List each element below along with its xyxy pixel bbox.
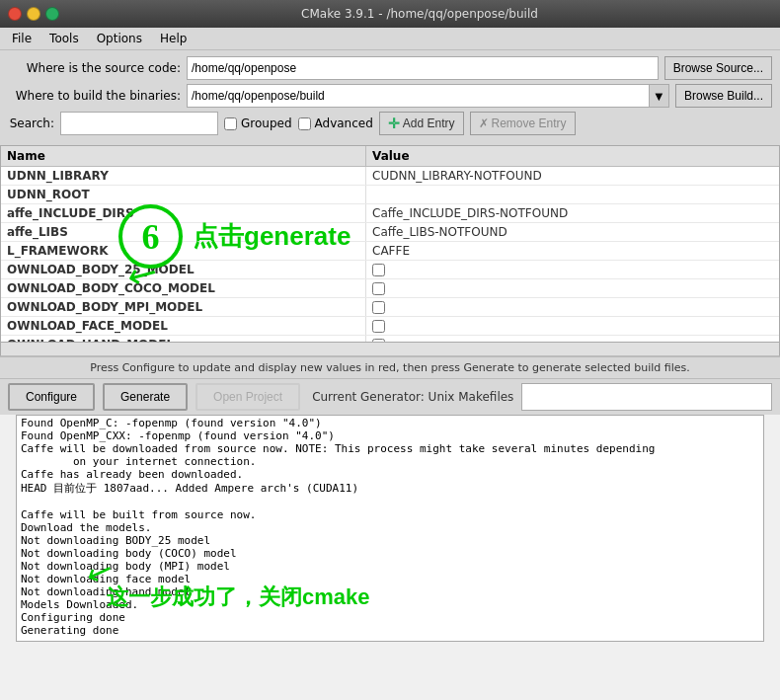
console-output[interactable]: Found OpenMP_C: -fopenmp (found version … xyxy=(16,415,764,642)
table-row[interactable]: OWNLOAD_BODY_MPI_MODEL xyxy=(1,298,779,317)
cell-name: L_FRAMEWORK xyxy=(1,242,366,260)
table-row[interactable]: UDNN_LIBRARY CUDNN_LIBRARY-NOTFOUND xyxy=(1,167,779,186)
checkbox-body25[interactable] xyxy=(372,264,385,276)
console-line: on your internet connection. xyxy=(21,455,759,468)
cell-name: OWNLOAD_FACE_MODEL xyxy=(1,317,366,335)
cell-checkbox[interactable] xyxy=(366,317,779,335)
console-line: HEAD 目前位于 1807aad... Added Ampere arch's… xyxy=(21,481,759,496)
grouped-checkbox-group: Grouped xyxy=(224,117,292,130)
generator-label: Current Generator: Unix Makefiles xyxy=(312,390,513,404)
header-value: Value xyxy=(366,146,779,166)
source-row: Where is the source code: Browse Source.… xyxy=(8,56,772,80)
menu-tools[interactable]: Tools xyxy=(41,30,87,47)
remove-entry-label: Remove Entry xyxy=(492,117,567,130)
table-row[interactable]: affe_LIBS Caffe_LIBS-NOTFOUND xyxy=(1,223,779,242)
close-button[interactable] xyxy=(8,7,22,21)
source-input[interactable] xyxy=(187,56,659,80)
console-line: Found OpenMP_CXX: -fopenmp (found versio… xyxy=(21,429,759,442)
menu-help[interactable]: Help xyxy=(152,30,195,47)
cell-name: OWNLOAD_BODY_COCO_MODEL xyxy=(1,279,366,297)
console-line: Not downloading body (COCO) model xyxy=(21,547,759,560)
remove-entry-button[interactable]: ✗ Remove Entry xyxy=(470,112,576,135)
table-row[interactable]: OWNLOAD_FACE_MODEL xyxy=(1,317,779,336)
plus-icon: ✛ xyxy=(388,116,400,131)
console-line: Download the models. xyxy=(21,521,759,534)
title-bar: CMake 3.9.1 - /home/qq/openpose/build xyxy=(0,0,780,28)
source-label: Where is the source code: xyxy=(8,61,181,75)
bottom-area: Configure Generate Open Project Current … xyxy=(0,379,780,415)
table-row[interactable]: L_FRAMEWORK CAFFE xyxy=(1,242,779,261)
bottom-buttons: Configure Generate Open Project Current … xyxy=(0,379,780,415)
table-row[interactable]: OWNLOAD_HAND_MODEL xyxy=(1,336,779,343)
grouped-label[interactable]: Grouped xyxy=(241,117,292,130)
table-row[interactable]: affe_INCLUDE_DIRS Caffe_INCLUDE_DIRS-NOT… xyxy=(1,204,779,223)
add-entry-label: Add Entry xyxy=(403,117,455,130)
cell-name: affe_INCLUDE_DIRS xyxy=(1,204,366,222)
cell-value: Caffe_INCLUDE_DIRS-NOTFOUND xyxy=(366,204,779,222)
x-icon: ✗ xyxy=(479,117,489,130)
browse-source-button[interactable]: Browse Source... xyxy=(664,56,772,80)
checkbox-face[interactable] xyxy=(372,320,385,333)
status-text: Press Configure to update and display ne… xyxy=(90,361,690,374)
checkbox-body-coco[interactable] xyxy=(372,282,385,295)
cell-checkbox[interactable] xyxy=(366,261,779,278)
cell-name: OWNLOAD_BODY_25_MODEL xyxy=(1,261,366,278)
header-name: Name xyxy=(1,146,366,166)
cell-checkbox[interactable] xyxy=(366,279,779,297)
build-input[interactable] xyxy=(188,87,649,105)
build-input-wrapper: ▼ xyxy=(187,84,669,108)
cell-name: OWNLOAD_HAND_MODEL xyxy=(1,336,366,343)
status-bar: Press Configure to update and display ne… xyxy=(0,356,780,379)
menu-bar: File Tools Options Help xyxy=(0,28,780,50)
console-line: Not downloading hand model xyxy=(21,585,759,598)
open-project-button[interactable]: Open Project xyxy=(195,383,300,411)
menu-options[interactable]: Options xyxy=(89,30,150,47)
cell-name: OWNLOAD_BODY_MPI_MODEL xyxy=(1,298,366,316)
advanced-label[interactable]: Advanced xyxy=(315,117,373,130)
console-line: Caffe will be downloaded from source now… xyxy=(21,442,759,455)
console-wrapper: Found OpenMP_C: -fopenmp (found version … xyxy=(8,415,772,642)
checkbox-hand[interactable] xyxy=(372,339,385,344)
configure-button[interactable]: Configure xyxy=(8,383,95,411)
build-dropdown-arrow[interactable]: ▼ xyxy=(649,85,668,107)
table-row[interactable]: OWNLOAD_BODY_COCO_MODEL xyxy=(1,279,779,298)
build-row: Where to build the binaries: ▼ Browse Bu… xyxy=(8,84,772,108)
console-line: Caffe has already been downloaded. xyxy=(21,468,759,481)
cell-value: Caffe_LIBS-NOTFOUND xyxy=(366,223,779,241)
horizontal-scrollbar[interactable] xyxy=(0,343,780,356)
search-input[interactable] xyxy=(60,112,218,135)
minimize-button[interactable] xyxy=(27,7,40,21)
cell-name: UDNN_ROOT xyxy=(1,186,366,203)
cell-name: UDNN_LIBRARY xyxy=(1,167,366,185)
table-row[interactable]: UDNN_ROOT xyxy=(1,186,779,204)
search-label: Search: xyxy=(8,117,54,130)
advanced-checkbox[interactable] xyxy=(298,117,311,130)
build-label: Where to build the binaries: xyxy=(8,89,181,103)
browse-build-button[interactable]: Browse Build... xyxy=(675,84,772,108)
cell-checkbox[interactable] xyxy=(366,298,779,316)
generator-input[interactable] xyxy=(521,383,772,411)
cell-checkbox[interactable] xyxy=(366,336,779,343)
add-entry-button[interactable]: ✛ Add Entry xyxy=(379,112,464,135)
console-line: Models Downloaded. xyxy=(21,598,759,611)
checkbox-body-mpi[interactable] xyxy=(372,301,385,314)
table-wrapper: Name Value UDNN_LIBRARY CUDNN_LIBRARY-NO… xyxy=(0,145,780,343)
console-line: Generating done xyxy=(21,624,759,637)
window-controls[interactable] xyxy=(8,7,59,21)
console-line xyxy=(21,496,759,508)
console-line: Not downloading BODY_25 model xyxy=(21,534,759,547)
menu-file[interactable]: File xyxy=(4,30,39,47)
console-line: Not downloading body (MPI) model xyxy=(21,560,759,573)
advanced-checkbox-group: Advanced xyxy=(298,117,373,130)
console-line: Caffe will be built from source now. xyxy=(21,508,759,521)
cell-value xyxy=(366,186,779,203)
generate-button[interactable]: Generate xyxy=(103,383,188,411)
main-area: Where is the source code: Browse Source.… xyxy=(0,50,780,145)
cell-value: CAFFE xyxy=(366,242,779,260)
table-header: Name Value xyxy=(1,146,779,167)
table-row[interactable]: OWNLOAD_BODY_25_MODEL xyxy=(1,261,779,279)
cmake-table[interactable]: Name Value UDNN_LIBRARY CUDNN_LIBRARY-NO… xyxy=(0,145,780,343)
grouped-checkbox[interactable] xyxy=(224,117,237,130)
maximize-button[interactable] xyxy=(45,7,59,21)
console-line: Not downloading face model xyxy=(21,573,759,585)
